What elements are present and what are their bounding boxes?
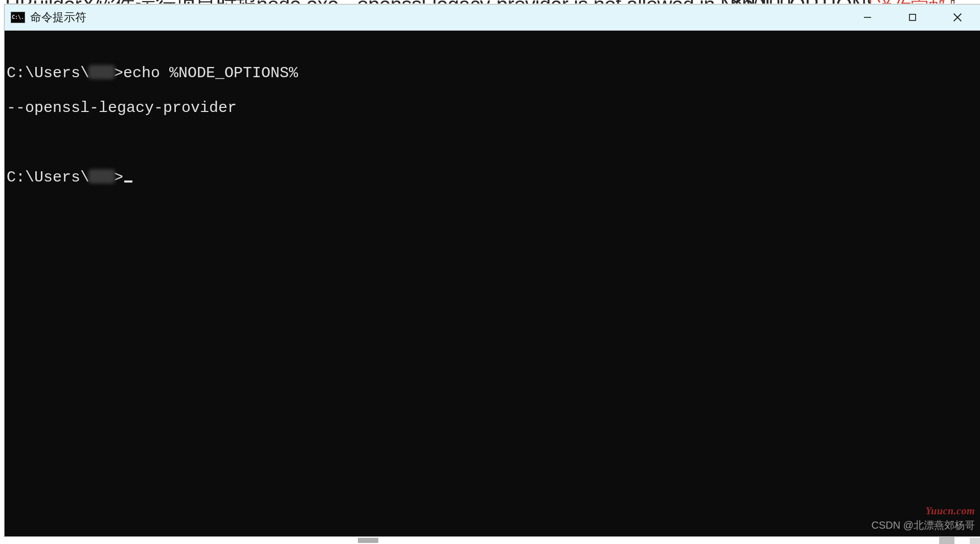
svg-rect-1 [909,14,916,20]
watermark-site: Yuucn.com [925,505,975,517]
page-scrollbar-segment[interactable] [358,538,378,543]
page-scrollbar[interactable] [970,538,980,544]
minimize-icon [863,13,872,22]
maximize-icon [908,13,917,22]
command-text: echo %NODE_OPTIONS% [123,64,298,82]
redacted-username [88,169,115,184]
watermark-author: CSDN @北漂燕郊杨哥 [871,518,975,532]
close-button[interactable] [935,5,980,30]
redacted-username [88,65,115,79]
command-prompt-window: C:\. 命令提示符 C:\Users\>echo %NODE_OPTION [4,4,980,537]
terminal-body[interactable]: C:\Users\>echo %NODE_OPTIONS% --openssl-… [5,31,980,536]
terminal-blank [7,134,978,151]
cmd-app-icon: C:\. [11,12,25,23]
cursor [124,180,132,183]
terminal-line: C:\Users\> [7,169,978,186]
prompt-prefix: C:\Users\ [7,169,89,186]
titlebar[interactable]: C:\. 命令提示符 [5,5,980,31]
terminal-line: C:\Users\>echo %NODE_OPTIONS% [7,64,978,82]
window-controls [845,5,980,30]
maximize-button[interactable] [890,5,935,30]
minimize-button[interactable] [845,5,890,30]
prompt-suffix: > [114,169,123,186]
page-scrollbar-segment[interactable] [939,537,954,544]
window-title: 命令提示符 [30,10,86,25]
prompt-suffix: > [114,64,123,82]
close-icon [952,12,963,23]
prompt-prefix: C:\Users\ [7,64,89,82]
terminal-output: --openssl-legacy-provider [7,99,978,117]
